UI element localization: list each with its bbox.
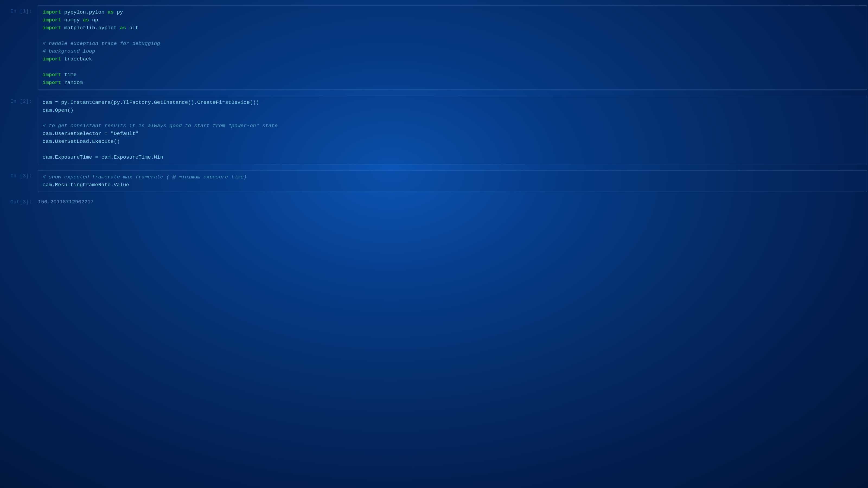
output-value: 156.20118712902217 <box>38 198 868 206</box>
code-cell: In [2]:cam = py.InstantCamera(py.TlFacto… <box>0 96 868 164</box>
input-prompt: In [2]: <box>0 96 38 164</box>
notebook-cells: In [1]:import pypylon.pylon as py import… <box>0 5 868 206</box>
input-prompt: In [1]: <box>0 5 38 90</box>
code-input-area[interactable]: # show expected framerate max framerate … <box>38 170 867 192</box>
output-cell: Out[3]:156.20118712902217 <box>0 198 868 206</box>
code-cell: In [1]:import pypylon.pylon as py import… <box>0 5 868 90</box>
code-content[interactable]: # show expected framerate max framerate … <box>42 173 862 189</box>
code-cell: In [3]:# show expected framerate max fra… <box>0 170 868 192</box>
input-prompt: In [3]: <box>0 170 38 192</box>
code-input-area[interactable]: cam = py.InstantCamera(py.TlFactory.GetI… <box>38 96 867 164</box>
code-content[interactable]: cam = py.InstantCamera(py.TlFactory.GetI… <box>42 99 862 161</box>
code-input-area[interactable]: import pypylon.pylon as py import numpy … <box>38 5 867 90</box>
output-prompt: Out[3]: <box>0 198 38 206</box>
code-content[interactable]: import pypylon.pylon as py import numpy … <box>42 8 862 87</box>
